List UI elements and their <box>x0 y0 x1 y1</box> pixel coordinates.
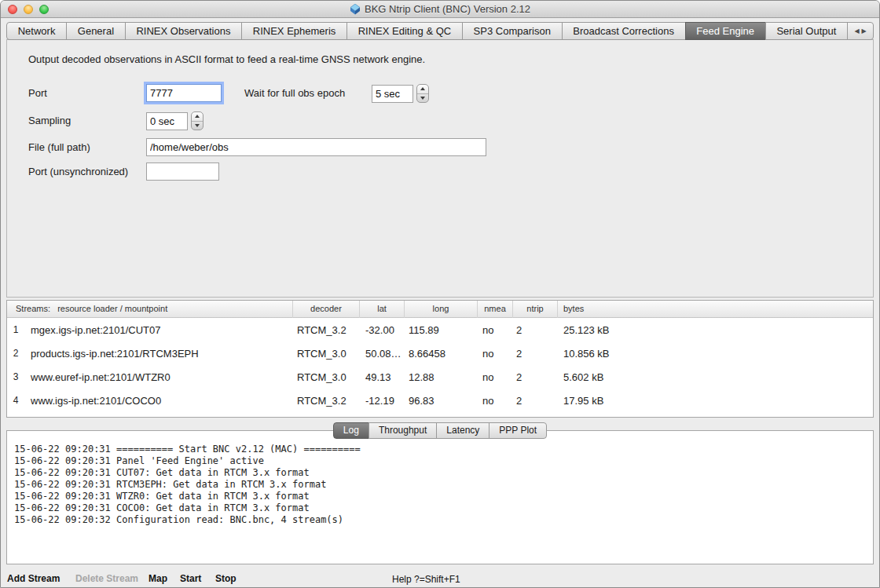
traffic-lights <box>8 5 49 14</box>
tab-rinex-editing-qc[interactable]: RINEX Editing & QC <box>346 22 463 40</box>
log-line: 15-06-22 09:20:31 ========== Start BNC v… <box>14 444 867 455</box>
tab-scroll-left-icon[interactable]: ◀ <box>854 28 859 35</box>
bottom-toolbar: Add Stream Delete Stream Map Start Stop … <box>1 568 879 588</box>
sampling-spinbox <box>146 111 204 130</box>
log-tab-bar: Log Throughput Latency PPP Plot <box>1 422 879 439</box>
feed-engine-panel: Output decoded observations in ASCII for… <box>6 39 874 298</box>
help-shortcut-text: Help ?=Shift+F1 <box>392 574 460 585</box>
stepper-down-icon[interactable] <box>192 122 203 130</box>
wait-epoch-input[interactable] <box>372 85 413 103</box>
stream-long: 115.89 <box>404 324 477 336</box>
sampling-label: Sampling <box>28 115 71 126</box>
delete-stream-button[interactable]: Delete Stream <box>75 573 138 584</box>
stream-ntrip: 2 <box>512 324 557 336</box>
tab-latency[interactable]: Latency <box>436 422 490 439</box>
file-path-input[interactable] <box>146 138 486 156</box>
add-stream-button[interactable]: Add Stream <box>7 573 60 584</box>
settings-tab-bar: Network General RINEX Observations RINEX… <box>6 22 874 40</box>
stream-bytes: 17.95 kB <box>557 395 873 407</box>
stream-nmea: no <box>477 348 512 360</box>
stream-decoder: RTCM_3.0 <box>292 348 359 360</box>
port-unsync-label: Port (unsynchronized) <box>28 166 128 177</box>
close-button[interactable] <box>8 5 17 14</box>
stream-decoder: RTCM_3.2 <box>292 395 359 407</box>
port-label: Port <box>28 87 47 99</box>
stream-lat: -12.19 <box>359 395 404 407</box>
window-title-text: BKG Ntrip Client (BNC) Version 2.12 <box>365 3 530 15</box>
tab-throughput[interactable]: Throughput <box>368 422 437 439</box>
col-header-lat[interactable]: lat <box>359 301 404 318</box>
window-title: BKG Ntrip Client (BNC) Version 2.12 <box>350 3 530 15</box>
title-bar[interactable]: BKG Ntrip Client (BNC) Version 2.12 <box>1 1 879 18</box>
stream-row[interactable]: 1 mgex.igs-ip.net:2101/CUT07 RTCM_3.2 -3… <box>7 318 873 341</box>
stepper-up-icon[interactable] <box>192 112 203 122</box>
log-line: 15-06-22 09:20:31 RTCM3EPH: Get data in … <box>14 479 867 491</box>
stream-row[interactable]: 3 www.euref-ip.net:2101/WTZR0 RTCM_3.0 4… <box>7 365 873 389</box>
log-line: 15-06-22 09:20:32 Configuration read: BN… <box>14 514 867 526</box>
wait-epoch-label: Wait for full obs epoch <box>244 87 345 99</box>
wait-epoch-stepper[interactable] <box>416 84 429 103</box>
tab-scroll-buttons[interactable]: ◀ ▶ <box>847 22 874 40</box>
port-unsync-input[interactable] <box>146 163 219 181</box>
zoom-button[interactable] <box>39 5 49 14</box>
col-header-bytes[interactable]: bytes <box>557 301 873 318</box>
tab-sp3-comparison[interactable]: SP3 Comparison <box>462 22 563 40</box>
tab-ppp-plot[interactable]: PPP Plot <box>489 422 547 439</box>
file-path-label: File (full path) <box>28 141 90 153</box>
tab-broadcast-corrections[interactable]: Broadcast Corrections <box>562 22 686 40</box>
col-header-long[interactable]: long <box>404 301 477 318</box>
stream-long: 8.66458 <box>404 348 477 360</box>
row-number: 1 <box>7 324 24 335</box>
stream-long: 12.88 <box>404 371 477 383</box>
stream-ntrip: 2 <box>512 348 557 360</box>
stream-bytes: 10.856 kB <box>557 348 873 360</box>
col-header-nmea[interactable]: nmea <box>477 301 512 318</box>
tab-rinex-observations[interactable]: RINEX Observations <box>125 22 242 40</box>
log-line: 15-06-22 09:20:31 Panel 'Feed Engine' ac… <box>14 455 867 467</box>
stream-ntrip: 2 <box>512 371 557 383</box>
sampling-stepper[interactable] <box>191 111 204 130</box>
log-line: 15-06-22 09:20:31 COCO0: Get data in RTC… <box>14 502 867 514</box>
port-input[interactable] <box>146 84 222 102</box>
stepper-up-icon[interactable] <box>417 85 428 94</box>
bnc-app-icon <box>350 4 361 15</box>
col-header-mountpoint[interactable]: Streams: resource loader / mountpoint <box>7 301 292 318</box>
log-line: 15-06-22 09:20:31 WTZR0: Get data in RTC… <box>14 491 867 502</box>
sampling-input[interactable] <box>146 112 188 130</box>
wait-epoch-spinbox <box>372 84 429 103</box>
stream-lat: 49.13 <box>359 371 404 383</box>
stream-row[interactable]: 2 products.igs-ip.net:2101/RTCM3EPH RTCM… <box>7 341 873 365</box>
tab-general[interactable]: General <box>66 22 126 40</box>
stream-nmea: no <box>477 324 512 336</box>
col-header-ntrip[interactable]: ntrip <box>512 301 557 318</box>
tab-scroll-right-icon[interactable]: ▶ <box>862 28 867 35</box>
stop-button[interactable]: Stop <box>215 573 236 584</box>
stream-bytes: 25.123 kB <box>557 324 873 336</box>
minimize-button[interactable] <box>24 5 33 14</box>
stream-mountpoint: mgex.igs-ip.net:2101/CUT07 <box>24 324 292 336</box>
row-number: 2 <box>7 348 24 359</box>
map-button[interactable]: Map <box>148 573 167 584</box>
stepper-down-icon[interactable] <box>417 94 428 103</box>
panel-description: Output decoded observations in ASCII for… <box>28 53 425 65</box>
tab-serial-output[interactable]: Serial Output <box>765 22 848 40</box>
stream-long: 96.83 <box>404 395 477 407</box>
tab-feed-engine[interactable]: Feed Engine <box>685 22 766 40</box>
stream-row[interactable]: 4 www.igs-ip.net:2101/COCO0 RTCM_3.2 -12… <box>7 389 873 412</box>
start-button[interactable]: Start <box>180 573 201 584</box>
tab-rinex-ephemeris[interactable]: RINEX Ephemeris <box>241 22 347 40</box>
col-header-decoder[interactable]: decoder <box>292 301 359 318</box>
tab-network[interactable]: Network <box>6 22 67 40</box>
tab-log[interactable]: Log <box>333 422 369 439</box>
stream-mountpoint: www.igs-ip.net:2101/COCO0 <box>24 395 292 407</box>
log-line: 15-06-22 09:20:31 CUT07: Get data in RTC… <box>14 467 867 479</box>
stream-ntrip: 2 <box>512 395 557 407</box>
stream-mountpoint: products.igs-ip.net:2101/RTCM3EPH <box>24 348 292 360</box>
stream-bytes: 5.602 kB <box>557 371 873 383</box>
app-window: BKG Ntrip Client (BNC) Version 2.12 Netw… <box>0 0 880 588</box>
stream-lat: -32.00 <box>359 324 404 336</box>
stream-nmea: no <box>477 371 512 383</box>
stream-nmea: no <box>477 395 512 407</box>
stream-mountpoint: www.euref-ip.net:2101/WTZR0 <box>24 371 292 383</box>
log-panel[interactable]: 15-06-22 09:20:31 ========== Start BNC v… <box>6 430 874 564</box>
